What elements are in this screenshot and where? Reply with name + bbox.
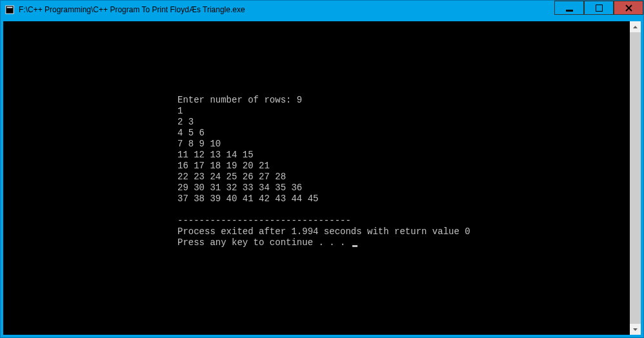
svg-marker-6	[633, 26, 638, 28]
output-row: 22 23 24 25 26 27 28	[177, 172, 286, 182]
minimize-button[interactable]	[554, 1, 584, 15]
continue-message: Press any key to continue . . .	[177, 237, 351, 248]
svg-rect-2	[566, 10, 573, 12]
console-output: Enter number of rows: 9 1 2 3 4 5 6 7 8 …	[172, 91, 476, 252]
output-row: 2 3	[177, 117, 194, 127]
close-button[interactable]	[614, 1, 643, 15]
output-row: 29 30 31 32 33 34 35 36	[177, 183, 302, 193]
vertical-scrollbar[interactable]	[630, 21, 641, 335]
prompt-line: Enter number of rows: 9	[177, 95, 302, 105]
output-row: 1	[177, 106, 183, 116]
output-row: 11 12 13 14 15	[177, 150, 254, 160]
scroll-down-arrow[interactable]	[630, 324, 641, 335]
client-area: Enter number of rows: 9 1 2 3 4 5 6 7 8 …	[1, 19, 643, 337]
app-icon	[5, 5, 15, 15]
console[interactable]: Enter number of rows: 9 1 2 3 4 5 6 7 8 …	[3, 21, 630, 335]
exit-message: Process exited after 1.994 seconds with …	[177, 226, 470, 237]
output-row: 37 38 39 40 41 42 43 44 45	[177, 194, 318, 204]
output-row: 16 17 18 19 20 21	[177, 161, 270, 171]
scroll-track[interactable]	[630, 32, 641, 324]
window-title: F:\C++ Programming\C++ Program To Print …	[19, 5, 554, 14]
svg-rect-1	[7, 7, 13, 8]
application-window: F:\C++ Programming\C++ Program To Print …	[0, 0, 644, 338]
scroll-up-arrow[interactable]	[630, 21, 641, 32]
output-row: 4 5 6	[177, 128, 205, 138]
svg-rect-3	[596, 5, 603, 12]
svg-marker-7	[633, 328, 638, 331]
cursor	[352, 245, 357, 247]
divider-line: --------------------------------	[177, 215, 351, 226]
scroll-thumb[interactable]	[630, 32, 641, 324]
window-controls	[554, 1, 643, 19]
maximize-button[interactable]	[584, 1, 614, 15]
titlebar[interactable]: F:\C++ Programming\C++ Program To Print …	[1, 1, 643, 19]
output-row: 7 8 9 10	[177, 139, 221, 149]
